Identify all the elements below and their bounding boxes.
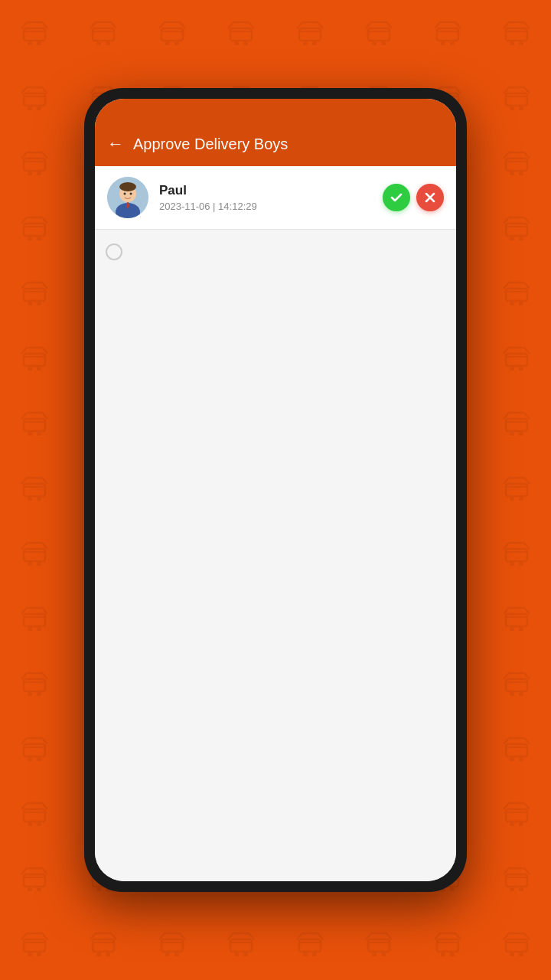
- svg-point-290: [37, 822, 41, 826]
- svg-point-215: [519, 562, 523, 566]
- circle-hint: [106, 243, 122, 260]
- svg-rect-237: [506, 614, 527, 626]
- svg-point-119: [519, 302, 523, 305]
- svg-point-241: [28, 692, 32, 696]
- svg-point-5: [106, 41, 110, 45]
- svg-point-1: [28, 41, 32, 45]
- svg-point-143: [519, 367, 523, 371]
- svg-point-343: [165, 952, 170, 956]
- svg-point-166: [510, 432, 514, 436]
- svg-point-146: [37, 432, 41, 436]
- list-item: Paul 2023-11-06 | 14:12:29: [95, 166, 456, 230]
- svg-rect-72: [24, 224, 45, 236]
- svg-rect-48: [24, 158, 45, 171]
- svg-rect-312: [24, 874, 45, 887]
- svg-rect-69: [506, 158, 527, 171]
- svg-rect-213: [506, 549, 527, 561]
- svg-point-262: [510, 692, 514, 696]
- svg-rect-309: [506, 809, 527, 822]
- svg-point-94: [510, 237, 514, 240]
- svg-point-122: [37, 367, 41, 371]
- svg-point-344: [174, 952, 179, 956]
- svg-rect-6: [161, 28, 183, 41]
- svg-rect-96: [24, 289, 45, 301]
- svg-rect-117: [506, 289, 527, 301]
- svg-rect-354: [437, 939, 458, 952]
- svg-point-194: [37, 562, 41, 566]
- svg-rect-189: [506, 484, 527, 496]
- svg-point-313: [28, 887, 32, 891]
- svg-point-350: [312, 952, 317, 956]
- content-area: Paul 2023-11-06 | 14:12:29: [95, 166, 456, 881]
- svg-rect-15: [368, 28, 390, 41]
- svg-point-263: [519, 692, 523, 696]
- svg-point-266: [37, 757, 41, 761]
- svg-rect-351: [368, 939, 390, 952]
- svg-point-347: [243, 952, 248, 956]
- svg-rect-192: [24, 549, 45, 561]
- svg-point-340: [96, 952, 101, 956]
- svg-rect-333: [506, 874, 527, 887]
- svg-point-16: [372, 41, 377, 45]
- svg-rect-336: [24, 939, 45, 952]
- svg-rect-288: [24, 809, 45, 822]
- svg-point-167: [519, 432, 523, 436]
- svg-point-364: [119, 182, 136, 191]
- svg-point-352: [372, 952, 377, 956]
- svg-point-49: [28, 172, 32, 175]
- svg-point-2: [37, 41, 41, 45]
- svg-point-4: [96, 41, 101, 45]
- svg-rect-12: [299, 28, 321, 41]
- svg-point-239: [519, 627, 523, 631]
- back-button[interactable]: ←: [107, 136, 124, 152]
- svg-point-316: [96, 887, 101, 891]
- svg-point-145: [28, 432, 32, 436]
- svg-point-190: [510, 497, 514, 501]
- svg-rect-24: [24, 93, 45, 106]
- svg-point-193: [28, 562, 32, 566]
- svg-point-287: [519, 757, 523, 761]
- svg-point-98: [37, 302, 41, 305]
- reject-button[interactable]: [416, 184, 444, 211]
- app-header: ← Approve Delivery Boys: [95, 122, 456, 166]
- svg-point-25: [28, 106, 32, 110]
- svg-point-349: [303, 952, 308, 956]
- svg-point-19: [441, 41, 445, 45]
- svg-rect-120: [24, 354, 45, 366]
- svg-rect-345: [230, 939, 252, 952]
- phone-shell: ← Approve Delivery Boys: [84, 88, 467, 892]
- svg-rect-9: [230, 28, 252, 41]
- svg-point-366: [130, 193, 132, 195]
- svg-point-289: [28, 822, 32, 826]
- svg-point-17: [381, 41, 386, 45]
- svg-point-353: [381, 952, 386, 956]
- svg-point-14: [312, 41, 317, 45]
- svg-point-10: [234, 41, 239, 45]
- svg-point-346: [234, 952, 239, 956]
- svg-point-97: [28, 302, 32, 305]
- svg-point-238: [510, 627, 514, 631]
- svg-point-23: [519, 41, 523, 45]
- status-bar: [95, 99, 456, 122]
- svg-point-8: [174, 41, 179, 45]
- svg-point-118: [510, 302, 514, 305]
- approve-button[interactable]: [383, 184, 410, 211]
- page-title: Approve Delivery Boys: [133, 136, 288, 153]
- svg-rect-342: [161, 939, 183, 952]
- svg-point-358: [510, 952, 514, 956]
- svg-point-286: [510, 757, 514, 761]
- app-screen: ← Approve Delivery Boys: [95, 99, 456, 881]
- svg-point-142: [510, 367, 514, 371]
- svg-rect-348: [299, 939, 321, 952]
- delivery-boy-info: Paul 2023-11-06 | 14:12:29: [159, 183, 372, 212]
- svg-rect-168: [24, 484, 45, 496]
- svg-rect-339: [93, 939, 114, 952]
- avatar: [107, 177, 148, 218]
- svg-rect-285: [506, 744, 527, 756]
- svg-point-218: [37, 627, 41, 631]
- svg-point-7: [165, 41, 170, 45]
- action-buttons: [383, 184, 444, 211]
- svg-point-337: [28, 952, 32, 956]
- svg-point-170: [37, 497, 41, 501]
- svg-point-95: [519, 237, 523, 240]
